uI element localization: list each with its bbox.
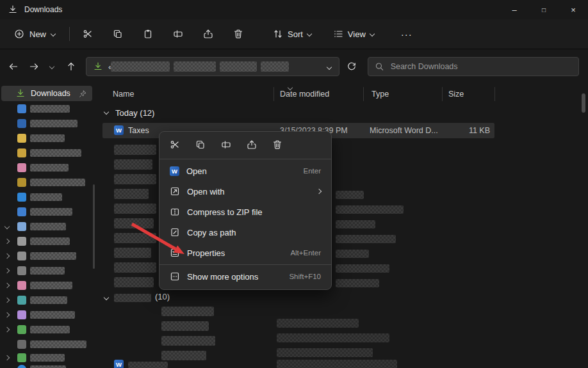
column-divider[interactable] — [494, 87, 495, 101]
redacted-file-row[interactable] — [161, 336, 215, 346]
minimize-button[interactable]: – — [500, 0, 529, 19]
sidebar-item-redacted[interactable] — [0, 338, 95, 351]
refresh-button[interactable] — [342, 57, 361, 76]
redacted-file-row[interactable] — [128, 362, 168, 368]
chevron-right-icon[interactable] — [4, 298, 10, 303]
redacted-date-cell — [336, 220, 375, 228]
group-header-count[interactable]: (10) — [155, 292, 170, 301]
address-bar[interactable]: « — [86, 57, 339, 76]
sidebar-item-redacted[interactable] — [0, 308, 95, 321]
menu-item-compress-zip[interactable]: Compress to ZIP file — [162, 202, 329, 222]
sidebar-item-redacted[interactable] — [0, 363, 95, 368]
redacted-file-row[interactable] — [114, 277, 154, 287]
column-header-size[interactable]: Size — [448, 90, 464, 99]
sidebar-item-redacted[interactable] — [0, 205, 95, 218]
redacted-file-row[interactable] — [114, 174, 156, 184]
share-button[interactable] — [197, 23, 220, 45]
file-name[interactable]: Taxes — [128, 126, 149, 135]
folder-icon — [17, 163, 26, 172]
maximize-button[interactable]: □ — [529, 0, 559, 19]
redacted-file-row[interactable] — [114, 262, 156, 273]
back-button[interactable] — [4, 57, 23, 76]
redacted-file-row[interactable] — [114, 218, 154, 228]
copy-button[interactable] — [106, 23, 129, 45]
sidebar-item-redacted[interactable] — [0, 176, 95, 189]
cut-button[interactable] — [166, 136, 184, 154]
group-collapse-icon[interactable] — [104, 295, 109, 300]
more-options-button[interactable]: ··· — [396, 23, 418, 45]
sidebar-item-redacted[interactable] — [0, 323, 95, 336]
chevron-right-icon[interactable] — [4, 239, 10, 244]
new-button[interactable]: New — [6, 23, 63, 45]
chevron-right-icon[interactable] — [4, 355, 10, 360]
up-button[interactable] — [61, 57, 81, 76]
search-input[interactable] — [389, 61, 572, 72]
sidebar-item-downloads[interactable]: Downloads — [1, 86, 92, 101]
redacted-breadcrumb-segment[interactable] — [261, 61, 289, 72]
sidebar-item-redacted[interactable] — [0, 161, 95, 174]
view-button[interactable]: View — [327, 23, 380, 45]
redacted-breadcrumb-segment[interactable] — [220, 61, 257, 72]
redacted-file-row[interactable] — [114, 233, 156, 243]
chevron-right-icon[interactable] — [4, 268, 10, 273]
menu-item-copy-as-path[interactable]: Copy as path — [162, 222, 329, 243]
share-button[interactable] — [243, 136, 261, 154]
redacted-label — [30, 296, 67, 304]
forward-button[interactable] — [24, 57, 44, 76]
sidebar-item-redacted[interactable] — [0, 294, 95, 307]
column-header-date[interactable]: Date modified — [280, 90, 329, 99]
menu-item-open-with[interactable]: Open with — [162, 181, 329, 202]
column-divider[interactable] — [363, 87, 364, 101]
copy-button[interactable] — [192, 136, 209, 154]
sidebar-item-redacted[interactable] — [0, 279, 95, 292]
redacted-breadcrumb-segment[interactable] — [174, 61, 216, 72]
group-header-today[interactable]: Today (12) — [115, 108, 154, 118]
sidebar-item-redacted[interactable] — [0, 351, 95, 364]
close-button[interactable]: × — [559, 0, 588, 19]
chevron-down-icon[interactable] — [4, 224, 10, 229]
redacted-file-row[interactable] — [114, 145, 156, 155]
recent-locations-button[interactable] — [45, 57, 59, 76]
chevron-right-icon[interactable] — [4, 253, 10, 259]
sidebar-item-redacted[interactable] — [0, 235, 95, 248]
redacted-file-row[interactable] — [161, 307, 214, 316]
chevron-right-icon[interactable] — [4, 283, 10, 288]
sidebar-item-redacted[interactable] — [0, 264, 95, 277]
sidebar-item-redacted[interactable] — [0, 220, 95, 233]
sidebar-item-redacted[interactable] — [0, 102, 95, 115]
sidebar-item-redacted[interactable] — [0, 132, 95, 145]
sidebar-item-redacted[interactable] — [0, 191, 95, 204]
redacted-file-row[interactable] — [161, 321, 209, 331]
delete-button[interactable] — [227, 23, 250, 45]
redacted-file-row[interactable] — [114, 204, 156, 214]
folder-icon — [17, 134, 26, 143]
menu-item-properties[interactable]: Properties Alt+Enter — [162, 243, 329, 263]
chevron-right-icon[interactable] — [4, 312, 10, 317]
redacted-file-row[interactable] — [114, 248, 151, 258]
sort-button[interactable]: Sort — [266, 23, 318, 45]
sidebar-scrollbar[interactable] — [93, 184, 95, 269]
group-collapse-icon[interactable] — [104, 109, 109, 115]
menu-item-open[interactable]: W Open Enter — [162, 161, 329, 181]
sidebar-item-redacted[interactable] — [0, 147, 95, 159]
redacted-file-row[interactable] — [161, 351, 206, 360]
vertical-scrollbar[interactable] — [582, 93, 585, 113]
sidebar-item-redacted[interactable] — [0, 250, 95, 262]
paste-button[interactable] — [136, 23, 159, 45]
sidebar-item-redacted[interactable] — [0, 117, 95, 130]
redacted-breadcrumb-segment[interactable] — [111, 61, 170, 72]
redacted-file-row[interactable] — [114, 159, 152, 170]
column-divider[interactable] — [274, 87, 274, 101]
column-divider[interactable] — [442, 87, 443, 101]
rename-button[interactable] — [217, 136, 235, 154]
command-toolbar: New So — [0, 19, 588, 49]
arrow-up-icon — [66, 61, 76, 72]
delete-button[interactable] — [268, 136, 286, 154]
cut-button[interactable] — [76, 23, 99, 45]
chevron-right-icon[interactable] — [4, 327, 10, 332]
redacted-file-row[interactable] — [114, 189, 149, 199]
column-header-type[interactable]: Type — [372, 90, 389, 99]
menu-item-show-more-options[interactable]: Show more options Shift+F10 — [162, 266, 329, 287]
column-header-name[interactable]: Name — [113, 90, 134, 99]
rename-button[interactable] — [167, 23, 190, 45]
